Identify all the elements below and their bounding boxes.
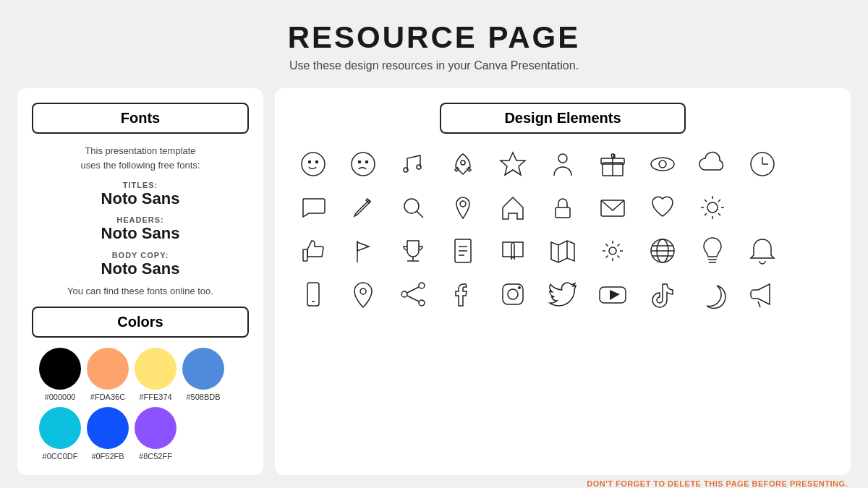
icon-tiktok xyxy=(639,275,686,313)
icon-empty4 xyxy=(789,232,836,270)
svg-point-55 xyxy=(419,283,425,288)
svg-rect-52 xyxy=(307,283,319,306)
swatch-label-purple: #8C52FF xyxy=(139,452,172,461)
svg-point-2 xyxy=(315,161,318,163)
main-content: Fonts This presentation template uses th… xyxy=(0,80,868,475)
svg-point-5 xyxy=(365,161,367,163)
design-elements-header: Design Elements xyxy=(440,103,686,134)
icon-chat xyxy=(289,189,336,226)
page-header: RESOURCE PAGE Use these design resources… xyxy=(288,0,581,80)
svg-point-15 xyxy=(659,160,666,168)
svg-marker-41 xyxy=(551,241,574,262)
svg-point-0 xyxy=(302,153,325,176)
svg-point-10 xyxy=(558,154,567,163)
icon-facebook xyxy=(439,275,486,313)
svg-line-29 xyxy=(705,200,707,202)
swatch-cyan: #0CC0DF xyxy=(39,407,81,461)
icon-star xyxy=(489,145,536,183)
icons-grid xyxy=(289,145,836,313)
icon-flag xyxy=(339,232,386,270)
font-name-body: Noto Sans xyxy=(32,260,249,278)
font-entry-headers: HEADERS: Noto Sans xyxy=(32,215,249,243)
icon-empty3 xyxy=(789,189,836,226)
swatch-circle-purple xyxy=(135,407,176,449)
font-label-headers: HEADERS: xyxy=(32,215,249,224)
icon-moon xyxy=(689,275,736,313)
icon-trophy xyxy=(389,232,436,270)
icon-bell xyxy=(739,232,786,270)
icon-twitter xyxy=(539,275,586,313)
svg-line-59 xyxy=(407,296,419,301)
svg-point-4 xyxy=(358,161,360,163)
page-title: RESOURCE PAGE xyxy=(288,20,581,55)
icon-pencil xyxy=(339,189,386,226)
svg-line-20 xyxy=(417,211,423,218)
svg-marker-9 xyxy=(501,153,525,175)
icon-book xyxy=(489,232,536,270)
icon-sad xyxy=(339,145,386,183)
icon-phone xyxy=(289,275,336,313)
icon-lock xyxy=(539,189,586,226)
font-label-body: BODY COPY: xyxy=(32,251,249,260)
swatch-black: #000000 xyxy=(39,348,81,401)
icon-instagram xyxy=(489,275,536,313)
icon-smile xyxy=(289,145,336,183)
svg-rect-33 xyxy=(303,249,307,261)
svg-point-56 xyxy=(401,291,407,297)
icon-location xyxy=(339,275,386,313)
icon-empty2 xyxy=(739,189,786,226)
icon-empty5 xyxy=(789,275,836,313)
icon-search xyxy=(389,189,436,226)
svg-point-61 xyxy=(508,289,518,299)
svg-point-3 xyxy=(352,153,375,176)
swatch-circle-yellow xyxy=(135,348,176,390)
icon-gift xyxy=(590,145,637,183)
svg-point-1 xyxy=(308,161,310,163)
svg-line-31 xyxy=(718,200,720,202)
right-panel: Design Elements xyxy=(275,88,851,475)
swatch-blue: #508BDB xyxy=(182,348,224,401)
font-name-headers: Noto Sans xyxy=(32,224,249,243)
font-name-titles: Noto Sans xyxy=(32,189,249,208)
font-label-titles: TITLES: xyxy=(32,181,249,189)
font-entry-titles: TITLES: Noto Sans xyxy=(32,181,249,208)
icon-music xyxy=(389,145,436,183)
swatch-circle-black xyxy=(39,348,81,390)
swatch-circle-cyan xyxy=(39,407,81,449)
footer-note: DON'T FORGET TO DELETE THIS PAGE BEFORE … xyxy=(0,475,868,488)
swatch-label-cyan: #0CC0DF xyxy=(43,452,78,461)
swatch-label-royalblue: #0F52FB xyxy=(91,452,124,461)
page-subtitle: Use these design resources in your Canva… xyxy=(288,59,581,72)
swatch-yellow: #FFE374 xyxy=(135,348,176,401)
svg-point-8 xyxy=(461,160,465,165)
svg-line-32 xyxy=(705,213,707,215)
icon-map xyxy=(539,232,586,270)
fonts-section-header: Fonts xyxy=(32,103,249,134)
font-entry-body: BODY COPY: Noto Sans xyxy=(32,251,249,278)
color-swatches: #000000 #FDA36C #FFE374 #508BDB #0CC0DF … xyxy=(32,348,249,461)
icon-clock xyxy=(739,145,786,183)
svg-point-21 xyxy=(460,201,466,207)
swatch-circle-blue xyxy=(182,348,224,390)
svg-point-24 xyxy=(707,202,718,213)
icon-document xyxy=(439,232,486,270)
svg-point-44 xyxy=(609,247,616,254)
svg-point-54 xyxy=(360,288,366,294)
swatch-label-yellow: #FFE374 xyxy=(139,393,171,401)
svg-point-62 xyxy=(518,286,521,289)
swatch-orange: #FDA36C xyxy=(87,348,129,401)
svg-marker-64 xyxy=(610,290,620,300)
svg-line-30 xyxy=(718,213,720,215)
swatch-label-orange: #FDA36C xyxy=(90,393,125,401)
fonts-description: This presentation template uses the foll… xyxy=(32,144,249,172)
left-panel: Fonts This presentation template uses th… xyxy=(17,88,263,475)
icon-mail xyxy=(590,189,637,226)
icon-share xyxy=(389,275,436,313)
icon-megaphone xyxy=(739,275,786,313)
colors-section-header: Colors xyxy=(32,307,249,338)
icon-bulb xyxy=(689,232,736,270)
swatch-circle-royalblue xyxy=(87,407,129,449)
swatch-purple: #8C52FF xyxy=(135,407,176,461)
icon-sun xyxy=(689,189,736,226)
icon-globe xyxy=(639,232,686,270)
